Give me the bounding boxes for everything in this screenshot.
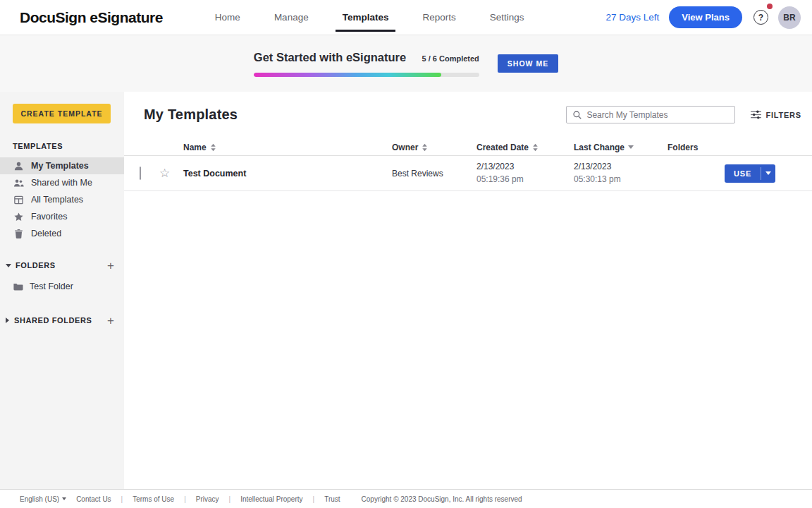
sidebar-item-favorites[interactable]: Favorites bbox=[0, 208, 124, 225]
created-date: 2/13/2023 bbox=[476, 161, 574, 173]
sidebar-item-my-templates[interactable]: My Templates bbox=[0, 157, 124, 174]
created-time: 05:19:36 pm bbox=[476, 174, 574, 186]
favorite-star-icon[interactable]: ☆ bbox=[159, 167, 170, 180]
sidebar-item-deleted[interactable]: Deleted bbox=[0, 225, 124, 242]
sidebar-item-label: Shared with Me bbox=[31, 178, 92, 188]
docusign-logo: DocuSign eSignature bbox=[20, 9, 163, 26]
table-row: ☆ Test Document Best Reviews 2/13/2023 0… bbox=[124, 156, 812, 191]
search-icon bbox=[572, 110, 582, 120]
footer-link-intellectual-property[interactable]: Intellectual Property bbox=[240, 495, 302, 503]
page-title: My Templates bbox=[144, 107, 238, 123]
column-label: Last Change bbox=[574, 143, 625, 152]
filters-icon bbox=[751, 110, 761, 119]
footer-link-terms-of-use[interactable]: Terms of Use bbox=[133, 495, 174, 503]
copyright-text: Copyright © 2023 DocuSign, Inc. All righ… bbox=[362, 495, 522, 503]
shared-folders-heading: SHARED FOLDERS bbox=[14, 316, 92, 325]
create-template-button[interactable]: CREATE TEMPLATE bbox=[13, 104, 111, 123]
created-date-cell: 2/13/2023 05:19:36 pm bbox=[476, 161, 574, 186]
nav-right-group: 27 Days Left View Plans ? BR bbox=[606, 6, 801, 29]
use-split-button: USE bbox=[725, 164, 775, 183]
sidebar-item-shared-with-me[interactable]: Shared with Me bbox=[0, 174, 124, 191]
shared-folders-section-header[interactable]: SHARED FOLDERS + bbox=[6, 314, 114, 327]
column-label: Owner bbox=[392, 143, 418, 152]
separator bbox=[229, 495, 231, 503]
chevron-down-icon bbox=[765, 171, 771, 175]
filters-label: FILTERS bbox=[765, 111, 801, 119]
sidebar-item-label: My Templates bbox=[31, 161, 89, 171]
view-plans-button[interactable]: View Plans bbox=[669, 6, 742, 28]
folder-item-test-folder[interactable]: Test Folder bbox=[0, 280, 124, 293]
notification-dot bbox=[767, 4, 773, 9]
sidebar-item-label: Favorites bbox=[31, 212, 67, 222]
column-header-name[interactable]: Name bbox=[183, 143, 392, 152]
nav-item-settings[interactable]: Settings bbox=[473, 0, 541, 35]
row-checkbox[interactable] bbox=[140, 167, 141, 180]
avatar[interactable]: BR bbox=[778, 6, 801, 29]
last-change-date: 2/13/2023 bbox=[574, 161, 668, 173]
banner-title: Get Started with eSignature bbox=[254, 51, 406, 64]
use-dropdown-button[interactable] bbox=[761, 164, 775, 183]
get-started-banner: Get Started with eSignature 5 / 6 Comple… bbox=[0, 35, 812, 92]
last-change-cell: 2/13/2023 05:30:13 pm bbox=[574, 161, 668, 186]
progress-bar bbox=[254, 73, 479, 77]
add-folder-icon[interactable]: + bbox=[107, 260, 114, 272]
search-input[interactable] bbox=[586, 110, 729, 120]
trial-days-left-link[interactable]: 27 Days Left bbox=[606, 12, 660, 23]
show-me-button[interactable]: SHOW ME bbox=[498, 54, 558, 73]
owner-cell: Best Reviews bbox=[392, 169, 476, 179]
column-label: Name bbox=[183, 143, 207, 152]
help-icon[interactable]: ? bbox=[753, 10, 768, 25]
search-box bbox=[566, 106, 735, 123]
sidebar-item-label: All Templates bbox=[31, 195, 83, 205]
column-header-owner[interactable]: Owner bbox=[392, 143, 476, 152]
table-header: Name Owner Created Date Last Change Fold… bbox=[124, 139, 812, 156]
banner-progress-block: Get Started with eSignature 5 / 6 Comple… bbox=[254, 51, 479, 77]
separator bbox=[121, 495, 123, 503]
language-label: English (US) bbox=[20, 495, 59, 503]
column-header-folders[interactable]: Folders bbox=[668, 143, 725, 152]
language-selector[interactable]: English (US) bbox=[20, 495, 66, 503]
top-navbar: DocuSign eSignature Home Manage Template… bbox=[0, 0, 812, 35]
sidebar-item-label: Deleted bbox=[31, 229, 61, 238]
people-icon bbox=[13, 177, 24, 188]
nav-item-reports[interactable]: Reports bbox=[405, 0, 472, 35]
filters-button[interactable]: FILTERS bbox=[751, 110, 801, 119]
person-icon bbox=[13, 160, 24, 171]
help-wrap: ? bbox=[753, 10, 768, 25]
star-icon bbox=[13, 211, 24, 222]
template-name-link[interactable]: Test Document bbox=[183, 169, 392, 179]
sidebar: CREATE TEMPLATE TEMPLATES My Templates S… bbox=[0, 92, 124, 489]
footer-link-contact-us[interactable]: Contact Us bbox=[76, 495, 111, 503]
chevron-right-icon bbox=[6, 318, 9, 323]
column-header-created-date[interactable]: Created Date bbox=[476, 143, 574, 152]
nav-item-templates[interactable]: Templates bbox=[326, 0, 406, 35]
last-change-time: 05:30:13 pm bbox=[574, 174, 668, 186]
sidebar-item-all-templates[interactable]: All Templates bbox=[0, 191, 124, 208]
separator bbox=[313, 495, 315, 503]
separator bbox=[184, 495, 186, 503]
folder-icon bbox=[13, 281, 24, 292]
templates-heading: TEMPLATES bbox=[13, 142, 124, 150]
add-shared-folder-icon[interactable]: + bbox=[107, 315, 114, 327]
nav-item-home[interactable]: Home bbox=[198, 0, 257, 35]
folder-item-label: Test Folder bbox=[30, 282, 73, 291]
sort-icon bbox=[532, 143, 539, 152]
column-label: Folders bbox=[668, 143, 698, 152]
progress-bar-fill bbox=[254, 73, 442, 77]
progress-count-label: 5 / 6 Completed bbox=[422, 54, 479, 63]
nav-item-manage[interactable]: Manage bbox=[257, 0, 326, 35]
chevron-down-icon bbox=[6, 264, 11, 267]
folders-section-header[interactable]: FOLDERS + bbox=[6, 259, 114, 272]
template-grid-icon bbox=[13, 194, 24, 205]
footer-link-trust[interactable]: Trust bbox=[324, 495, 340, 503]
use-button[interactable]: USE bbox=[725, 164, 761, 183]
primary-nav: Home Manage Templates Reports Settings bbox=[198, 0, 541, 35]
chevron-down-icon bbox=[62, 497, 66, 500]
trash-icon bbox=[13, 228, 24, 239]
sort-icon bbox=[210, 143, 216, 152]
footer: English (US) Contact Us Terms of Use Pri… bbox=[0, 489, 812, 508]
column-header-last-change[interactable]: Last Change bbox=[574, 143, 668, 152]
sort-desc-icon bbox=[628, 145, 634, 149]
footer-link-privacy[interactable]: Privacy bbox=[196, 495, 219, 503]
folders-heading: FOLDERS bbox=[16, 261, 56, 270]
